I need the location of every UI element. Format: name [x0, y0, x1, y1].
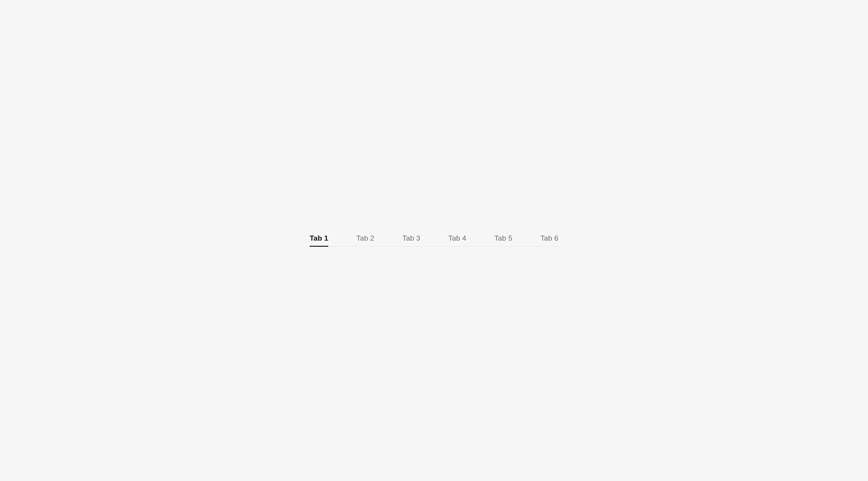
tab-5[interactable]: Tab 5 — [494, 234, 512, 246]
tab-label: Tab 2 — [356, 234, 374, 242]
tab-3[interactable]: Tab 3 — [402, 234, 420, 246]
tab-2[interactable]: Tab 2 — [356, 234, 374, 246]
tab-label: Tab 1 — [310, 234, 328, 242]
tab-label: Tab 5 — [494, 234, 512, 242]
tabs-list: Tab 1 Tab 2 Tab 3 Tab 4 Tab 5 Tab 6 — [310, 234, 558, 247]
tab-label: Tab 3 — [402, 234, 420, 242]
tab-label: Tab 4 — [448, 234, 466, 242]
tab-1[interactable]: Tab 1 — [310, 234, 328, 246]
tab-label: Tab 6 — [540, 234, 558, 242]
tab-4[interactable]: Tab 4 — [448, 234, 466, 246]
tab-6[interactable]: Tab 6 — [540, 234, 558, 246]
tabs-container: Tab 1 Tab 2 Tab 3 Tab 4 Tab 5 Tab 6 — [310, 234, 558, 247]
